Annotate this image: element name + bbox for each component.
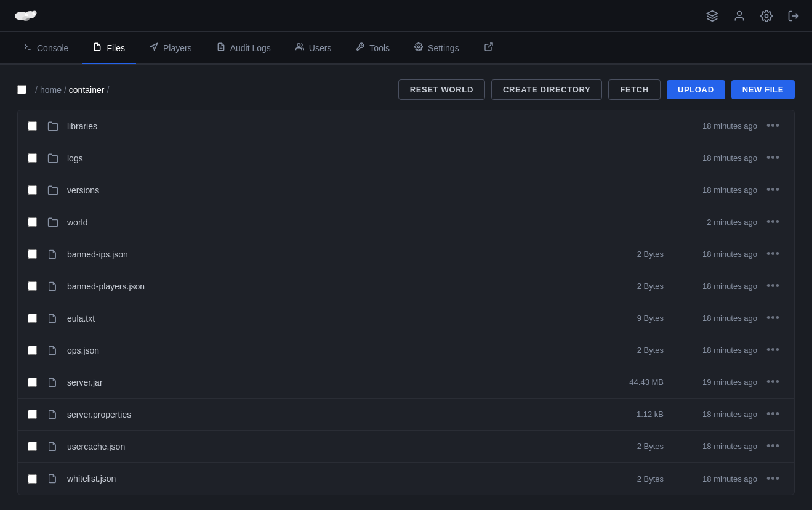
row-checkbox-container [28,153,47,163]
table-row[interactable]: eula.txt 9 Bytes 18 minutes ago ••• [18,302,794,334]
file-size: 2 Bytes [602,281,664,291]
table-row[interactable]: logs 18 minutes ago ••• [18,142,794,174]
select-all-checkbox[interactable] [17,85,26,94]
row-checkbox[interactable] [28,249,37,259]
file-modified-time: 18 minutes ago [664,281,762,291]
row-checkbox-container [28,442,47,451]
table-row[interactable]: server.properties 1.12 kB 18 minutes ago… [18,399,794,431]
create-directory-button[interactable]: CREATE DIRECTORY [491,79,602,100]
file-size: 1.12 kB [602,410,664,419]
svg-point-6 [765,14,768,17]
row-checkbox[interactable] [28,121,37,131]
file-modified-time: 18 minutes ago [664,314,762,323]
footer: © 2018 - 2022 bofanodes.io [17,495,795,510]
row-checkbox[interactable] [28,442,37,451]
table-row[interactable]: server.jar 44.43 MB 19 minutes ago ••• [18,366,794,399]
breadcrumb-home[interactable]: home [40,85,62,95]
nav-tabs: Console Files Players Audi [0,32,812,65]
new-file-button[interactable]: NEW FILE [731,80,795,99]
tab-files[interactable]: Files [82,33,136,64]
row-checkbox-container [28,249,47,259]
row-menu-button[interactable]: ••• [762,248,784,261]
row-checkbox-container [28,217,47,227]
row-menu-button[interactable]: ••• [762,184,784,196]
gear-icon[interactable] [760,10,773,22]
file-modified-time: 18 minutes ago [664,121,762,131]
layers-icon[interactable] [706,10,718,22]
row-menu-button[interactable]: ••• [762,280,784,293]
row-checkbox[interactable] [28,474,37,484]
row-menu-button[interactable]: ••• [762,408,784,421]
file-size: 2 Bytes [602,249,664,259]
row-menu-button[interactable]: ••• [762,472,784,485]
logout-icon[interactable] [787,10,800,22]
table-row[interactable]: libraries 18 minutes ago ••• [18,110,794,142]
file-table: libraries 18 minutes ago ••• logs 18 min… [17,110,795,495]
row-checkbox[interactable] [28,346,37,355]
table-row[interactable]: world 2 minutes ago ••• [18,206,794,238]
folder-icon [47,217,65,228]
row-checkbox[interactable] [28,378,37,387]
file-name: logs [65,153,602,163]
file-modified-time: 18 minutes ago [664,153,762,163]
row-menu-button[interactable]: ••• [762,216,784,229]
file-size: 2 Bytes [602,474,664,484]
row-checkbox[interactable] [28,410,37,419]
tab-console[interactable]: Console [12,33,79,64]
action-buttons: RESET WORLD CREATE DIRECTORY FETCH UPLOA… [398,79,795,100]
table-row[interactable]: ops.json 2 Bytes 18 minutes ago ••• [18,334,794,366]
row-checkbox-container [28,185,47,195]
folder-icon [47,153,65,164]
folder-icon [47,121,65,132]
row-checkbox[interactable] [28,314,37,323]
folder-icon [47,185,65,196]
file-icon [47,409,65,420]
file-name: server.properties [65,410,602,419]
row-checkbox-container [28,410,47,419]
tab-players[interactable]: Players [139,33,203,64]
row-checkbox[interactable] [28,153,37,163]
row-checkbox[interactable] [28,281,37,291]
row-checkbox[interactable] [28,185,37,195]
file-modified-time: 19 minutes ago [664,378,762,387]
svg-point-2 [33,10,37,15]
reset-world-button[interactable]: RESET WORLD [398,79,485,100]
tab-audit-logs[interactable]: Audit Logs [206,33,282,64]
table-row[interactable]: banned-ips.json 2 Bytes 18 minutes ago •… [18,238,794,270]
row-menu-button[interactable]: ••• [762,344,784,357]
users-icon [295,42,304,53]
table-row[interactable]: whitelist.json 2 Bytes 18 minutes ago ••… [18,463,794,495]
user-icon[interactable] [733,10,746,22]
row-menu-button[interactable]: ••• [762,312,784,325]
row-menu-button[interactable]: ••• [762,119,784,132]
fetch-button[interactable]: FETCH [608,79,661,100]
row-menu-button[interactable]: ••• [762,152,784,164]
row-checkbox[interactable] [28,217,37,227]
table-row[interactable]: versions 18 minutes ago ••• [18,174,794,206]
file-size: 44.43 MB [602,378,664,387]
upload-button[interactable]: UPLOAD [667,80,725,99]
external-link-icon[interactable] [478,32,500,63]
svg-marker-4 [707,10,718,15]
tab-settings[interactable]: Settings [403,33,470,64]
logo[interactable] [12,7,39,25]
tools-icon [356,42,364,53]
file-name: server.jar [65,378,602,387]
file-modified-time: 2 minutes ago [664,217,762,227]
file-modified-time: 18 minutes ago [664,249,762,259]
row-menu-button[interactable]: ••• [762,440,784,453]
topbar [0,0,812,32]
main-content: / home / container / RESET WORLD CREATE … [0,65,812,510]
terminal-icon [23,42,32,53]
file-size: 2 Bytes [602,346,664,355]
file-name: libraries [65,121,602,131]
file-icon [47,377,65,388]
tab-users[interactable]: Users [284,33,343,64]
tab-tools[interactable]: Tools [345,33,401,64]
row-menu-button[interactable]: ••• [762,376,784,389]
table-row[interactable]: banned-players.json 2 Bytes 18 minutes a… [18,270,794,302]
svg-point-13 [417,46,420,48]
breadcrumb-current: container [69,85,105,95]
table-row[interactable]: usercache.json 2 Bytes 18 minutes ago ••… [18,431,794,463]
file-name: eula.txt [65,314,602,323]
